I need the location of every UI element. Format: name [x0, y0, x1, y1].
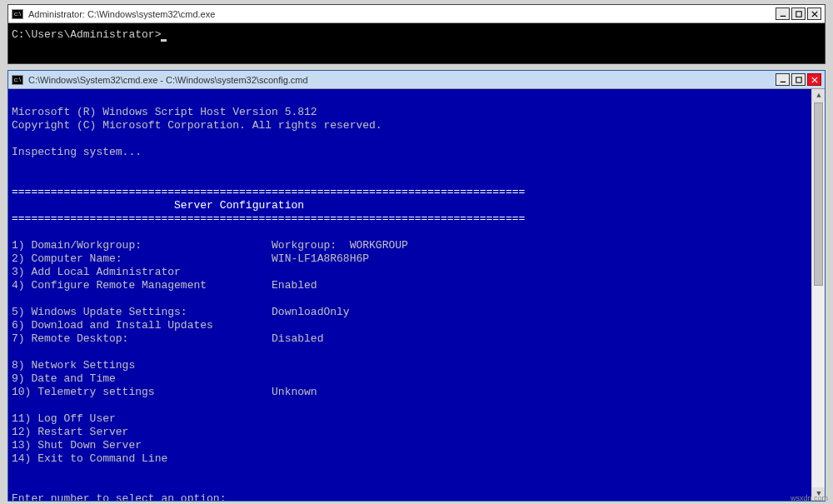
menu-item-11: 11) Log Off User	[12, 412, 116, 425]
minimize-button[interactable]	[776, 73, 790, 86]
sconfig-terminal[interactable]: Microsoft (R) Windows Script Host Versio…	[8, 89, 825, 501]
scroll-up-button[interactable]: ▲	[812, 89, 825, 102]
svg-rect-1	[796, 11, 801, 16]
input-prompt: Enter number to select an option:	[12, 492, 226, 501]
rule-top: ========================================…	[12, 186, 525, 198]
cmd-icon: c:\	[12, 75, 23, 85]
menu-item-7: 7) Remote Desktop: Disabled	[12, 332, 323, 345]
menu-item-8: 8) Network Settings	[12, 359, 135, 372]
watermark: wsxdn.com	[791, 494, 828, 502]
sconfig-window: c:\ C:\Windows\System32\cmd.exe - C:\Win…	[7, 70, 826, 502]
cmd-terminal[interactable]: C:\Users\Administrator>	[8, 23, 825, 63]
inspecting-line: Inspecting system...	[12, 146, 142, 158]
sconfig-titlebar[interactable]: c:\ C:\Windows\System32\cmd.exe - C:\Win…	[8, 71, 825, 89]
menu-item-9: 9) Date and Time	[12, 372, 116, 385]
scroll-thumb[interactable]	[814, 102, 823, 286]
cmd-prompt: C:\Users\Administrator>	[12, 28, 161, 41]
maximize-button[interactable]	[791, 73, 806, 86]
menu-item-13: 13) Shut Down Server	[12, 439, 142, 452]
scrollbar[interactable]: ▲ ▼	[811, 89, 825, 501]
cmd-titlebar[interactable]: c:\ Administrator: C:\Windows\system32\c…	[8, 5, 825, 23]
cmd-window-title: Administrator: C:\Windows\system32\cmd.e…	[28, 9, 215, 19]
sconfig-window-title: C:\Windows\System32\cmd.exe - C:\Windows…	[28, 75, 308, 85]
menu-item-14: 14) Exit to Command Line	[12, 452, 167, 465]
cmd-icon: c:\	[12, 9, 23, 19]
copyright-line: Copyright (C) Microsoft Corporation. All…	[12, 119, 382, 132]
menu-item-4: 4) Configure Remote Management Enabled	[12, 279, 317, 292]
menu-item-3: 3) Add Local Administrator	[12, 266, 181, 278]
menu-item-10: 10) Telemetry settings Unknown	[12, 386, 317, 398]
cmd-window: c:\ Administrator: C:\Windows\system32\c…	[7, 4, 826, 64]
cursor	[161, 39, 167, 42]
rule-bottom: ========================================…	[12, 212, 525, 225]
script-host-line: Microsoft (R) Windows Script Host Versio…	[12, 106, 317, 118]
maximize-button[interactable]	[791, 7, 806, 20]
menu-item-1: 1) Domain/Workgroup: Workgroup: WORKGROU…	[12, 239, 408, 252]
menu-item-2: 2) Computer Name: WIN-LF1A8R68H6P	[12, 252, 369, 265]
minimize-button[interactable]	[776, 7, 790, 20]
menu-item-6: 6) Download and Install Updates	[12, 319, 213, 332]
svg-rect-5	[796, 77, 801, 82]
menu-item-5: 5) Windows Update Settings: DownloadOnly	[12, 306, 350, 318]
close-button[interactable]	[807, 73, 821, 86]
close-button[interactable]	[807, 7, 821, 20]
section-heading: Server Configuration	[12, 199, 304, 212]
menu-item-12: 12) Restart Server	[12, 426, 128, 438]
